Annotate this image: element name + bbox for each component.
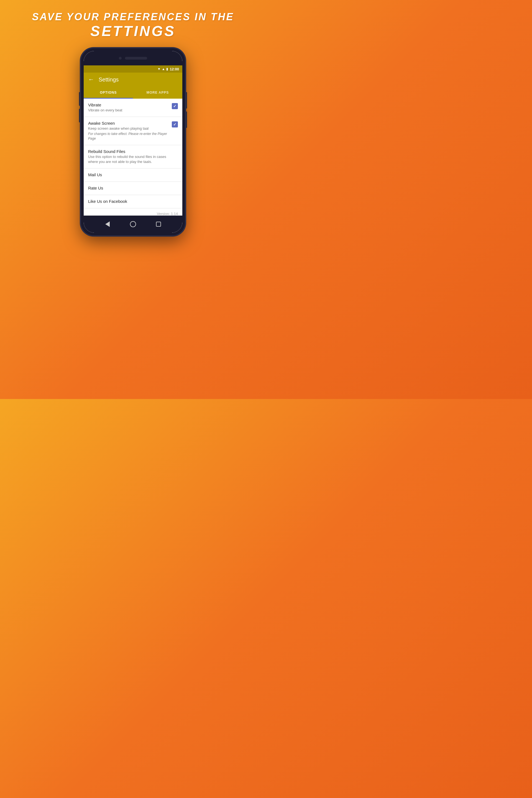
top-bezel <box>84 51 182 65</box>
status-icons: ▼ ▲ ▮ <box>157 67 168 71</box>
setting-rebuild-text: Rebuild Sound Files Use this option to r… <box>88 149 178 164</box>
content-area: Vibrate Vibrate on every beat ✓ Awake Sc… <box>84 99 182 215</box>
status-bar: ▼ ▲ ▮ 12:00 <box>84 65 182 73</box>
setting-mail-title: Mail Us <box>88 172 176 177</box>
wifi-icon: ▼ <box>157 67 161 71</box>
home-nav-icon <box>130 221 136 227</box>
phone-screen: ▼ ▲ ▮ 12:00 ← Settings OPTIONS MORE APPS <box>84 51 182 233</box>
hero-line2: SETTINGS <box>32 23 234 39</box>
setting-vibrate-text: Vibrate Vibrate on every beat <box>88 102 172 113</box>
camera-dot <box>119 57 122 60</box>
back-button[interactable]: ← <box>88 76 94 83</box>
battery-icon: ▮ <box>166 67 168 71</box>
vol-up-button[interactable] <box>79 92 80 106</box>
setting-awake-subtitle: Keep screen awake when playing taal <box>88 126 170 131</box>
app-bar-title: Settings <box>99 76 119 83</box>
setting-awake-screen[interactable]: Awake Screen Keep screen awake when play… <box>84 117 182 145</box>
setting-rate-title: Rate Us <box>88 186 176 190</box>
tabs-bar: OPTIONS MORE APPS <box>84 87 182 99</box>
phone-device: ▼ ▲ ▮ 12:00 ← Settings OPTIONS MORE APPS <box>80 48 186 236</box>
bottom-bezel <box>84 215 182 233</box>
setting-facebook-title: Like Us on Facebook <box>88 199 176 204</box>
recents-nav-button[interactable] <box>155 221 162 228</box>
hero-line1: SAVE YOUR PREFERENCES IN THE <box>32 11 234 23</box>
setting-rate-text: Rate Us <box>88 186 178 191</box>
tab-options[interactable]: OPTIONS <box>84 87 133 99</box>
recents-nav-icon <box>156 222 161 227</box>
vol-down-button[interactable] <box>79 109 80 122</box>
setting-rebuild-sound[interactable]: Rebuild Sound Files Use this option to r… <box>84 145 182 169</box>
setting-vibrate[interactable]: Vibrate Vibrate on every beat ✓ <box>84 99 182 117</box>
setting-vibrate-title: Vibrate <box>88 102 170 107</box>
status-time: 12:00 <box>170 67 179 71</box>
setting-mail-text: Mail Us <box>88 172 178 177</box>
back-nav-button[interactable] <box>104 221 111 228</box>
setting-vibrate-subtitle: Vibrate on every beat <box>88 108 170 113</box>
version-text: Version: 1.14 <box>84 208 182 215</box>
vibrate-checkbox[interactable]: ✓ <box>172 103 178 109</box>
home-nav-button[interactable] <box>129 221 137 228</box>
signal-icon: ▲ <box>162 67 165 71</box>
setting-facebook[interactable]: Like Us on Facebook <box>84 195 182 208</box>
vibrate-checkmark: ✓ <box>173 104 176 108</box>
setting-rebuild-title: Rebuild Sound Files <box>88 149 176 154</box>
tab-more-apps[interactable]: MORE APPS <box>133 87 182 99</box>
setting-mail-us[interactable]: Mail Us <box>84 169 182 182</box>
back-nav-icon <box>105 222 110 227</box>
setting-rate-us[interactable]: Rate Us <box>84 182 182 195</box>
setting-awake-title: Awake Screen <box>88 121 170 126</box>
speaker-grill <box>125 57 147 60</box>
setting-rebuild-subtitle: Use this option to rebuild the sound fil… <box>88 154 176 164</box>
hero-section: SAVE YOUR PREFERENCES IN THE SETTINGS <box>32 11 234 39</box>
app-bar: ← Settings <box>84 73 182 87</box>
awake-checkbox[interactable]: ✓ <box>172 121 178 128</box>
setting-awake-note: For changes to take effect. Please re-en… <box>88 132 170 141</box>
awake-checkmark: ✓ <box>173 122 176 127</box>
setting-awake-text: Awake Screen Keep screen awake when play… <box>88 121 172 141</box>
setting-facebook-text: Like Us on Facebook <box>88 199 178 204</box>
